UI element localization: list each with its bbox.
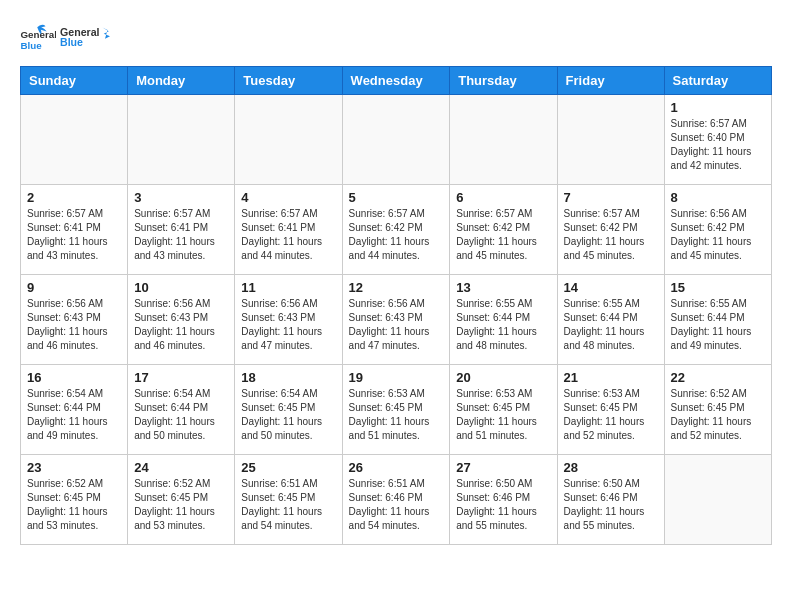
svg-text:Blue: Blue xyxy=(21,40,43,51)
day-info: Sunrise: 6:55 AM Sunset: 6:44 PM Dayligh… xyxy=(564,297,658,353)
day-info: Sunrise: 6:52 AM Sunset: 6:45 PM Dayligh… xyxy=(27,477,121,533)
calendar-cell: 6Sunrise: 6:57 AM Sunset: 6:42 PM Daylig… xyxy=(450,185,557,275)
day-info: Sunrise: 6:53 AM Sunset: 6:45 PM Dayligh… xyxy=(349,387,444,443)
calendar-header-friday: Friday xyxy=(557,67,664,95)
calendar-cell: 3Sunrise: 6:57 AM Sunset: 6:41 PM Daylig… xyxy=(128,185,235,275)
calendar-cell: 1Sunrise: 6:57 AM Sunset: 6:40 PM Daylig… xyxy=(664,95,771,185)
day-info: Sunrise: 6:52 AM Sunset: 6:45 PM Dayligh… xyxy=(134,477,228,533)
calendar-header-tuesday: Tuesday xyxy=(235,67,342,95)
day-number: 17 xyxy=(134,370,228,385)
logo-icon: General Blue xyxy=(20,24,56,52)
calendar-cell: 4Sunrise: 6:57 AM Sunset: 6:41 PM Daylig… xyxy=(235,185,342,275)
day-info: Sunrise: 6:50 AM Sunset: 6:46 PM Dayligh… xyxy=(564,477,658,533)
day-number: 7 xyxy=(564,190,658,205)
day-number: 21 xyxy=(564,370,658,385)
day-number: 28 xyxy=(564,460,658,475)
day-info: Sunrise: 6:57 AM Sunset: 6:41 PM Dayligh… xyxy=(134,207,228,263)
calendar-header-monday: Monday xyxy=(128,67,235,95)
calendar-cell: 12Sunrise: 6:56 AM Sunset: 6:43 PM Dayli… xyxy=(342,275,450,365)
day-number: 2 xyxy=(27,190,121,205)
calendar-cell: 2Sunrise: 6:57 AM Sunset: 6:41 PM Daylig… xyxy=(21,185,128,275)
calendar-cell: 24Sunrise: 6:52 AM Sunset: 6:45 PM Dayli… xyxy=(128,455,235,545)
day-number: 25 xyxy=(241,460,335,475)
calendar-cell: 14Sunrise: 6:55 AM Sunset: 6:44 PM Dayli… xyxy=(557,275,664,365)
day-number: 4 xyxy=(241,190,335,205)
day-info: Sunrise: 6:56 AM Sunset: 6:42 PM Dayligh… xyxy=(671,207,765,263)
svg-text:Blue: Blue xyxy=(60,36,83,48)
day-info: Sunrise: 6:55 AM Sunset: 6:44 PM Dayligh… xyxy=(671,297,765,353)
generalblue-logo-graphic: General Blue xyxy=(60,24,110,56)
week-row-2: 2Sunrise: 6:57 AM Sunset: 6:41 PM Daylig… xyxy=(21,185,772,275)
calendar-cell: 28Sunrise: 6:50 AM Sunset: 6:46 PM Dayli… xyxy=(557,455,664,545)
week-row-1: 1Sunrise: 6:57 AM Sunset: 6:40 PM Daylig… xyxy=(21,95,772,185)
day-info: Sunrise: 6:56 AM Sunset: 6:43 PM Dayligh… xyxy=(134,297,228,353)
day-info: Sunrise: 6:57 AM Sunset: 6:41 PM Dayligh… xyxy=(27,207,121,263)
calendar-cell xyxy=(450,95,557,185)
day-number: 14 xyxy=(564,280,658,295)
day-info: Sunrise: 6:51 AM Sunset: 6:46 PM Dayligh… xyxy=(349,477,444,533)
calendar-cell: 27Sunrise: 6:50 AM Sunset: 6:46 PM Dayli… xyxy=(450,455,557,545)
day-number: 8 xyxy=(671,190,765,205)
calendar-cell: 7Sunrise: 6:57 AM Sunset: 6:42 PM Daylig… xyxy=(557,185,664,275)
day-number: 22 xyxy=(671,370,765,385)
day-number: 6 xyxy=(456,190,550,205)
week-row-4: 16Sunrise: 6:54 AM Sunset: 6:44 PM Dayli… xyxy=(21,365,772,455)
day-number: 12 xyxy=(349,280,444,295)
calendar-cell: 10Sunrise: 6:56 AM Sunset: 6:43 PM Dayli… xyxy=(128,275,235,365)
calendar-cell: 20Sunrise: 6:53 AM Sunset: 6:45 PM Dayli… xyxy=(450,365,557,455)
day-number: 27 xyxy=(456,460,550,475)
day-number: 16 xyxy=(27,370,121,385)
day-info: Sunrise: 6:56 AM Sunset: 6:43 PM Dayligh… xyxy=(241,297,335,353)
calendar-cell: 16Sunrise: 6:54 AM Sunset: 6:44 PM Dayli… xyxy=(21,365,128,455)
calendar-cell: 19Sunrise: 6:53 AM Sunset: 6:45 PM Dayli… xyxy=(342,365,450,455)
calendar-cell xyxy=(342,95,450,185)
calendar-cell: 25Sunrise: 6:51 AM Sunset: 6:45 PM Dayli… xyxy=(235,455,342,545)
logo: General Blue General Blue xyxy=(20,20,110,56)
calendar-cell: 23Sunrise: 6:52 AM Sunset: 6:45 PM Dayli… xyxy=(21,455,128,545)
day-info: Sunrise: 6:57 AM Sunset: 6:42 PM Dayligh… xyxy=(564,207,658,263)
day-info: Sunrise: 6:57 AM Sunset: 6:42 PM Dayligh… xyxy=(456,207,550,263)
calendar-cell xyxy=(235,95,342,185)
calendar-cell: 15Sunrise: 6:55 AM Sunset: 6:44 PM Dayli… xyxy=(664,275,771,365)
calendar-cell: 17Sunrise: 6:54 AM Sunset: 6:44 PM Dayli… xyxy=(128,365,235,455)
day-info: Sunrise: 6:50 AM Sunset: 6:46 PM Dayligh… xyxy=(456,477,550,533)
calendar-cell: 11Sunrise: 6:56 AM Sunset: 6:43 PM Dayli… xyxy=(235,275,342,365)
day-info: Sunrise: 6:57 AM Sunset: 6:41 PM Dayligh… xyxy=(241,207,335,263)
week-row-3: 9Sunrise: 6:56 AM Sunset: 6:43 PM Daylig… xyxy=(21,275,772,365)
calendar-header-saturday: Saturday xyxy=(664,67,771,95)
svg-marker-4 xyxy=(103,28,111,39)
day-info: Sunrise: 6:56 AM Sunset: 6:43 PM Dayligh… xyxy=(349,297,444,353)
day-info: Sunrise: 6:55 AM Sunset: 6:44 PM Dayligh… xyxy=(456,297,550,353)
day-number: 3 xyxy=(134,190,228,205)
day-info: Sunrise: 6:57 AM Sunset: 6:40 PM Dayligh… xyxy=(671,117,765,173)
calendar-cell xyxy=(128,95,235,185)
day-info: Sunrise: 6:53 AM Sunset: 6:45 PM Dayligh… xyxy=(456,387,550,443)
page-header: General Blue General Blue xyxy=(20,20,772,56)
day-number: 10 xyxy=(134,280,228,295)
calendar-header-row: SundayMondayTuesdayWednesdayThursdayFrid… xyxy=(21,67,772,95)
day-info: Sunrise: 6:54 AM Sunset: 6:45 PM Dayligh… xyxy=(241,387,335,443)
calendar-cell: 18Sunrise: 6:54 AM Sunset: 6:45 PM Dayli… xyxy=(235,365,342,455)
calendar-cell: 21Sunrise: 6:53 AM Sunset: 6:45 PM Dayli… xyxy=(557,365,664,455)
day-number: 20 xyxy=(456,370,550,385)
day-number: 26 xyxy=(349,460,444,475)
day-number: 1 xyxy=(671,100,765,115)
calendar-header-sunday: Sunday xyxy=(21,67,128,95)
calendar-cell xyxy=(21,95,128,185)
calendar-cell: 9Sunrise: 6:56 AM Sunset: 6:43 PM Daylig… xyxy=(21,275,128,365)
day-info: Sunrise: 6:56 AM Sunset: 6:43 PM Dayligh… xyxy=(27,297,121,353)
day-number: 13 xyxy=(456,280,550,295)
calendar-cell xyxy=(557,95,664,185)
day-number: 19 xyxy=(349,370,444,385)
calendar-cell: 5Sunrise: 6:57 AM Sunset: 6:42 PM Daylig… xyxy=(342,185,450,275)
svg-text:General: General xyxy=(21,29,57,40)
day-info: Sunrise: 6:54 AM Sunset: 6:44 PM Dayligh… xyxy=(27,387,121,443)
day-number: 24 xyxy=(134,460,228,475)
week-row-5: 23Sunrise: 6:52 AM Sunset: 6:45 PM Dayli… xyxy=(21,455,772,545)
calendar-cell: 8Sunrise: 6:56 AM Sunset: 6:42 PM Daylig… xyxy=(664,185,771,275)
calendar-header-thursday: Thursday xyxy=(450,67,557,95)
day-number: 11 xyxy=(241,280,335,295)
calendar-cell: 13Sunrise: 6:55 AM Sunset: 6:44 PM Dayli… xyxy=(450,275,557,365)
calendar-cell: 26Sunrise: 6:51 AM Sunset: 6:46 PM Dayli… xyxy=(342,455,450,545)
day-number: 9 xyxy=(27,280,121,295)
